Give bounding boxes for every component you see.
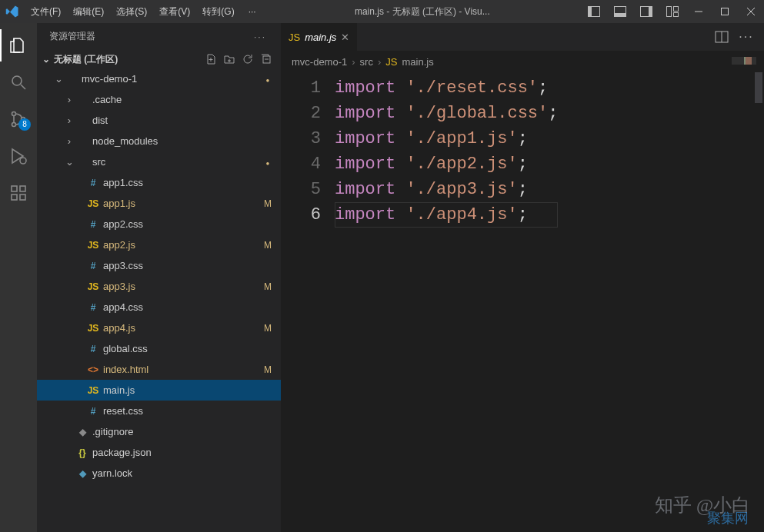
code-lines[interactable]: import './reset.css';import './global.cs…	[335, 72, 558, 532]
menu-select[interactable]: 选择(S)	[110, 0, 153, 23]
js-icon: JS	[86, 323, 100, 334]
chevron-down-icon[interactable]: ⌄	[52, 73, 65, 85]
scm-status: M	[261, 198, 275, 209]
file-row[interactable]: JSapp4.jsM	[37, 318, 281, 338]
tree-label: app2.js	[103, 239, 261, 251]
code-line[interactable]: import './app4.js';	[335, 202, 558, 228]
folder-row[interactable]: ›dist	[37, 110, 281, 131]
layout-panel-right-icon[interactable]	[633, 0, 659, 23]
menu-view[interactable]: 查看(V)	[153, 0, 196, 23]
window-title: main.js - 无标题 (工作区) - Visu...	[264, 5, 581, 18]
tree-label: main.js	[103, 384, 261, 396]
split-editor-icon[interactable]	[713, 28, 730, 45]
breadcrumb[interactable]: mvc-demo-1 › src › JS main.js	[281, 51, 764, 72]
file-row[interactable]: #app3.css	[37, 255, 281, 276]
sidebar-more-icon[interactable]: ···	[252, 28, 269, 45]
menu-edit[interactable]: 编辑(E)	[67, 0, 110, 23]
file-row[interactable]: JSapp3.jsM	[37, 276, 281, 297]
file-row[interactable]: ◆yarn.lock	[37, 463, 281, 484]
svg-point-12	[12, 123, 16, 127]
file-row[interactable]: #app2.css	[37, 214, 281, 234]
layout-panel-bottom-icon[interactable]	[607, 0, 633, 23]
chevron-right-icon[interactable]: ›	[63, 94, 75, 105]
file-row[interactable]: #global.css	[37, 338, 281, 359]
minimize-button[interactable]	[686, 0, 712, 23]
file-row[interactable]: <>index.htmlM	[37, 359, 281, 380]
code-line[interactable]: import './reset.css';	[335, 75, 558, 101]
layout-customize-icon[interactable]	[659, 0, 686, 23]
activity-bar: 8	[0, 23, 37, 532]
svg-rect-17	[20, 195, 25, 200]
breadcrumb-seg-2[interactable]: main.js	[402, 56, 433, 68]
file-row[interactable]: #app1.css	[37, 172, 281, 193]
layout-panel-left-icon[interactable]	[581, 0, 607, 23]
chevron-down-icon: ⌄	[40, 53, 52, 65]
refresh-icon[interactable]	[239, 51, 256, 68]
file-row[interactable]: JSapp2.jsM	[37, 234, 281, 255]
tab-label: main.js	[305, 32, 336, 43]
chevron-down-icon[interactable]: ⌄	[63, 156, 75, 168]
minimap[interactable]	[732, 57, 756, 65]
folder-row[interactable]: ⌄src	[37, 151, 281, 172]
menu-go[interactable]: 转到(G)	[196, 0, 240, 23]
folder-row[interactable]: ›.cache	[37, 89, 281, 110]
js-icon: JS	[385, 56, 397, 68]
tree-label: reset.css	[103, 405, 261, 417]
code-line[interactable]: import './app3.js';	[335, 177, 558, 202]
code-line[interactable]: import './app2.js';	[335, 151, 558, 177]
tree-label: app1.css	[103, 177, 261, 188]
js-icon: JS	[86, 240, 100, 251]
title-bar: 文件(F) 编辑(E) 选择(S) 查看(V) 转到(G) ··· main.j…	[0, 0, 764, 23]
code-line[interactable]: import './app1.js';	[335, 126, 558, 151]
folder-row[interactable]: ⌄mvc-demo-1	[37, 68, 281, 89]
run-activity-icon[interactable]	[0, 140, 37, 172]
line-number: 1	[281, 75, 321, 101]
chevron-right-icon: ›	[378, 56, 381, 68]
collapse-all-icon[interactable]	[258, 51, 275, 68]
svg-rect-6	[667, 7, 672, 17]
tree-label: .gitignore	[92, 426, 261, 437]
menu-file[interactable]: 文件(F)	[25, 0, 67, 23]
chevron-right-icon[interactable]: ›	[63, 135, 75, 147]
editor-tabs: JS main.js ✕ ···	[281, 23, 764, 51]
breadcrumb-seg-1[interactable]: src	[360, 56, 373, 68]
menu-overflow-icon[interactable]: ···	[241, 0, 264, 23]
chevron-right-icon: ›	[352, 56, 355, 68]
new-folder-icon[interactable]	[221, 51, 238, 68]
line-number: 5	[281, 177, 321, 202]
editor-more-icon[interactable]: ···	[738, 28, 755, 45]
file-row[interactable]: #reset.css	[37, 401, 281, 421]
search-activity-icon[interactable]	[0, 66, 37, 98]
svg-rect-5	[649, 7, 652, 16]
tree-label: global.css	[103, 343, 261, 354]
chevron-right-icon[interactable]: ›	[63, 115, 75, 126]
explorer-activity-icon[interactable]	[0, 29, 37, 62]
file-row[interactable]: #app4.css	[37, 297, 281, 318]
extensions-activity-icon[interactable]	[0, 177, 37, 209]
file-tree: ⌄mvc-demo-1›.cache›dist›node_modules⌄src…	[37, 68, 281, 532]
svg-rect-18	[20, 186, 25, 191]
vertical-scrollbar[interactable]	[753, 72, 764, 532]
tree-label: yarn.lock	[92, 467, 261, 479]
close-button[interactable]	[738, 0, 764, 23]
scrollbar-thumb[interactable]	[755, 72, 762, 103]
tab-main-js[interactable]: JS main.js ✕	[281, 23, 358, 51]
maximize-button[interactable]	[712, 0, 738, 23]
new-file-icon[interactable]	[202, 51, 219, 68]
file-row[interactable]: JSapp1.jsM	[37, 193, 281, 214]
file-row[interactable]: ◆.gitignore	[37, 421, 281, 442]
breadcrumb-seg-0[interactable]: mvc-demo-1	[292, 56, 347, 68]
scm-status: M	[261, 323, 275, 334]
workspace-section-header[interactable]: ⌄ 无标题 (工作区)	[37, 50, 281, 68]
tab-close-icon[interactable]: ✕	[341, 32, 349, 43]
file-row[interactable]: JSmain.js	[37, 380, 281, 401]
scm-activity-icon[interactable]: 8	[0, 103, 37, 135]
folder-row[interactable]: ›node_modules	[37, 131, 281, 151]
code-editor[interactable]: 123456 import './reset.css';import './gl…	[281, 72, 764, 532]
file-row[interactable]: {}package.json	[37, 442, 281, 463]
scm-status	[261, 157, 275, 168]
scm-status: M	[261, 240, 275, 251]
code-line[interactable]: import './global.css';	[335, 101, 558, 126]
svg-rect-9	[722, 8, 729, 15]
tree-label: app4.js	[103, 322, 261, 334]
